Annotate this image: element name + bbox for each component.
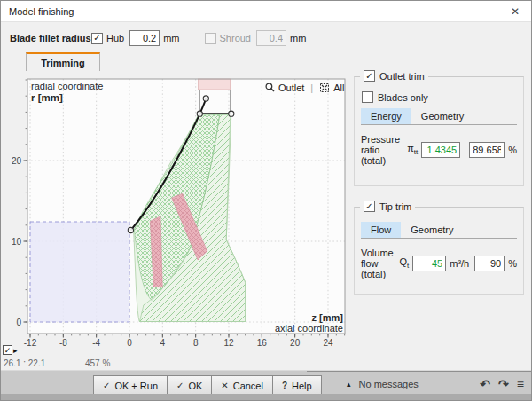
outlet-trim-checkbox[interactable]: ✓ <box>364 70 375 82</box>
dialog-title: Model finishing <box>9 6 74 17</box>
svg-text:12: 12 <box>223 338 234 348</box>
outlet-trim-title: ✓ Outlet trim <box>360 70 428 82</box>
zoom-outlet-button[interactable]: Outlet <box>278 83 304 93</box>
volume-flow-symbol: Qt <box>399 256 409 270</box>
volume-flow-unit: m³/h <box>450 258 469 269</box>
svg-text:-8: -8 <box>59 338 67 348</box>
svg-text:4: 4 <box>160 338 166 348</box>
handle-trim-right[interactable] <box>229 111 234 116</box>
zoom-separator: | <box>308 83 316 93</box>
triangle-up-icon[interactable]: ▴ <box>347 380 351 389</box>
blade-fillet-label: Blade fillet radius <box>10 33 91 43</box>
svg-text:24: 24 <box>323 338 333 348</box>
blades-only-label: Blades only <box>378 92 428 103</box>
undo-icon[interactable]: ↶ <box>480 377 490 391</box>
arrow-right-icon: ▸ <box>13 346 18 355</box>
tab-flow[interactable]: Flow <box>361 222 401 238</box>
hub-fillet-input[interactable] <box>129 30 160 46</box>
zoom-fit-icon[interactable] <box>319 83 330 93</box>
volume-flow-percent-input[interactable] <box>474 256 505 271</box>
outlet-trim-tabs: Energy Geometry <box>361 108 517 125</box>
volume-flow-row: Volume flow (total) Qt m³/h % <box>361 248 517 279</box>
message-text: No messages <box>359 379 419 389</box>
svg-text:10: 10 <box>12 237 22 247</box>
svg-text:-4: -4 <box>92 338 100 348</box>
footer-bar: ✓ OK + Run ✓ OK ✕ Cancel ? Help ▴ No mes… <box>1 370 531 396</box>
y-axis-title-line2: r [mm] <box>31 92 63 103</box>
svg-text:20: 20 <box>12 156 22 166</box>
ok-run-button[interactable]: ✓ OK + Run <box>93 375 168 396</box>
check-icon: ✓ <box>93 34 100 43</box>
pressure-ratio-row: Pressure ratio (total) πtt % <box>361 134 517 166</box>
check-icon: ✓ <box>365 202 372 211</box>
tab-trimming-label: Trimming <box>41 58 85 68</box>
model-finishing-dialog: Model finishing ✕ Blade fillet radius ✓ … <box>0 0 532 401</box>
check-icon: ✓ <box>103 381 110 390</box>
check-icon: ✓ <box>365 72 372 81</box>
message-bar: ▴ No messages ↶ ↷ ≡ <box>307 371 531 397</box>
cursor-coordinates: 26.1 : 22.1 <box>4 358 45 368</box>
hub-checkbox[interactable]: ✓ <box>91 33 103 44</box>
x-axis-title-line2: axial coordinate <box>214 324 343 334</box>
meridional-chart[interactable]: -12-8-40481216202401020 radial coordinat… <box>1 75 356 352</box>
window-bottom-edge <box>1 394 531 400</box>
blades-only-checkbox[interactable] <box>362 91 373 103</box>
zoom-all-button[interactable]: All <box>333 83 344 93</box>
tip-trim-label: Tip trim <box>379 201 411 212</box>
svg-text:0: 0 <box>127 338 132 348</box>
close-icon: ✕ <box>221 381 228 390</box>
svg-text:0: 0 <box>16 318 21 327</box>
outlet-trim-label: Outlet trim <box>379 71 425 82</box>
x-axis-title-line1: z [mm] <box>312 312 343 323</box>
tab-geometry-tip[interactable]: Geometry <box>401 222 463 238</box>
shroud-fillet-input <box>256 30 286 46</box>
title-bar: Model finishing ✕ <box>1 1 531 22</box>
inlet-extension-region <box>30 222 129 322</box>
chart-options-toggle[interactable]: ✓ ▸ <box>3 345 18 355</box>
hub-unit: mm <box>163 33 179 43</box>
tip-trim-tabs: Flow Geometry <box>361 222 517 239</box>
svg-text:-12: -12 <box>24 338 37 348</box>
tab-energy[interactable]: Energy <box>361 108 411 124</box>
shroud-unit: mm <box>290 33 306 43</box>
menu-icon[interactable]: ≡ <box>517 377 524 391</box>
svg-text:16: 16 <box>257 338 268 348</box>
check-icon: ✓ <box>176 381 184 390</box>
zoom-level: 457 % <box>85 358 110 368</box>
tip-trim-group: ✓ Tip trim Flow Geometry Volume flow (to… <box>354 207 524 295</box>
handle-trim-top[interactable] <box>203 96 208 101</box>
meridional-plot-svg: -12-8-40481216202401020 <box>1 75 356 352</box>
x-axis-title: z [mm] axial coordinate <box>214 313 343 334</box>
handle-trim-left[interactable] <box>197 111 202 116</box>
ok-button[interactable]: ✓ OK <box>167 375 212 396</box>
right-panel: ✓ Outlet trim Blades only Energy Geometr… <box>354 72 524 295</box>
close-icon[interactable]: ✕ <box>507 5 523 18</box>
cancel-button[interactable]: ✕ Cancel <box>211 375 273 396</box>
pressure-ratio-percent-input[interactable] <box>469 142 505 158</box>
tip-trim-title: ✓ Tip trim <box>360 200 415 212</box>
pressure-ratio-percent-unit: % <box>508 145 517 155</box>
handle-shroud-start[interactable] <box>128 227 133 232</box>
svg-text:20: 20 <box>290 338 301 348</box>
help-icon: ? <box>282 381 287 390</box>
mini-checkbox-icon: ✓ <box>3 345 12 355</box>
tab-geometry-outlet[interactable]: Geometry <box>411 108 473 124</box>
tip-trim-checkbox[interactable]: ✓ <box>364 200 375 212</box>
outlet-trim-group: ✓ Outlet trim Blades only Energy Geometr… <box>354 76 524 186</box>
y-axis-title: radial coordinate r [mm] <box>31 81 103 104</box>
redo-icon[interactable]: ↷ <box>498 377 509 391</box>
y-axis-title-line1: radial coordinate <box>31 81 103 92</box>
shroud-checkbox[interactable] <box>205 33 216 44</box>
pressure-ratio-input[interactable] <box>421 142 460 158</box>
volume-flow-input[interactable] <box>412 256 446 271</box>
pressure-ratio-symbol: πtt <box>407 143 418 156</box>
svg-text:8: 8 <box>193 338 199 348</box>
tab-trimming[interactable]: Trimming <box>26 52 100 71</box>
magnifier-icon[interactable] <box>265 83 275 92</box>
chart-zoom-controls: Outlet | All <box>265 81 344 94</box>
pressure-ratio-label: Pressure ratio (total) <box>361 134 407 166</box>
volume-flow-label: Volume flow (total) <box>361 248 399 279</box>
shroud-label: Shroud <box>220 33 251 43</box>
blades-only-row: Blades only <box>362 91 517 103</box>
volume-flow-percent-unit: % <box>508 258 517 269</box>
